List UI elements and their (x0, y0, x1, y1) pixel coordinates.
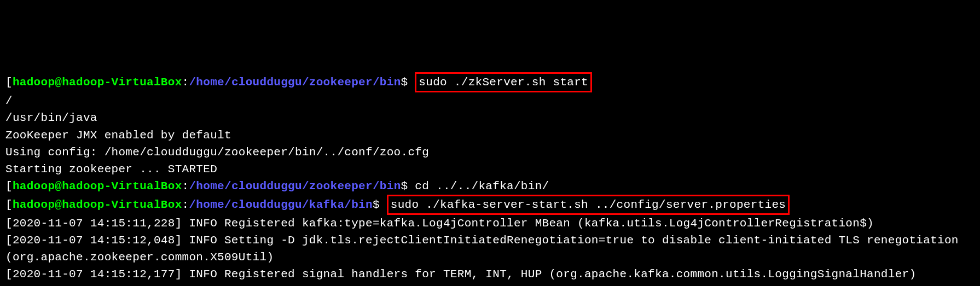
prompt-line-1: [hadoop@hadoop-VirtualBox:/home/clouddug… (5, 72, 975, 92)
bracket-open: [ (5, 199, 13, 211)
colon: : (182, 76, 189, 89)
output-line: Using config: /home/cloudduggu/zookeeper… (5, 144, 975, 161)
cwd-path: /home/cloudduggu/zookeeper/bin (189, 76, 401, 89)
prompt-line-3: [hadoop@hadoop-VirtualBox:/home/clouddug… (5, 195, 975, 215)
prompt-dollar: $ (401, 180, 415, 192)
output-line: ZooKeeper JMX enabled by default (5, 127, 975, 144)
output-line: / (5, 92, 975, 109)
prompt-line-2: [hadoop@hadoop-VirtualBox:/home/clouddug… (5, 178, 975, 195)
output-line: [2020-11-07 14:15:11,228] INFO Registere… (5, 215, 975, 232)
colon: : (182, 180, 189, 192)
output-line: /usr/bin/java (5, 109, 975, 126)
output-line: [2020-11-07 14:15:12,189] INFO starting … (5, 283, 975, 286)
user-host: hadoop@hadoop-VirtualBox (13, 199, 182, 211)
bracket-open: [ (5, 180, 13, 192)
command-text: sudo ./zkServer.sh start (419, 76, 588, 89)
prompt-dollar: $ (373, 199, 387, 211)
user-host: hadoop@hadoop-VirtualBox (13, 76, 182, 89)
user-host: hadoop@hadoop-VirtualBox (13, 180, 182, 192)
cwd-path: /home/cloudduggu/zookeeper/bin (189, 180, 401, 192)
output-line: [2020-11-07 14:15:12,177] INFO Registere… (5, 266, 975, 283)
prompt-dollar: $ (401, 76, 415, 89)
bracket-open: [ (5, 76, 13, 89)
cwd-path: /home/cloudduggu/kafka/bin (189, 199, 372, 211)
highlighted-command-2: sudo ./kafka-server-start.sh ../config/s… (387, 195, 790, 215)
command-text: cd ../../kafka/bin/ (415, 180, 549, 192)
output-line: Starting zookeeper ... STARTED (5, 161, 975, 178)
highlighted-command-1: sudo ./zkServer.sh start (415, 72, 592, 92)
output-line: [2020-11-07 14:15:12,048] INFO Setting -… (5, 232, 975, 266)
colon: : (182, 199, 189, 211)
terminal-output[interactable]: [hadoop@hadoop-VirtualBox:/home/clouddug… (5, 72, 975, 286)
command-text: sudo ./kafka-server-start.sh ../config/s… (391, 199, 786, 211)
